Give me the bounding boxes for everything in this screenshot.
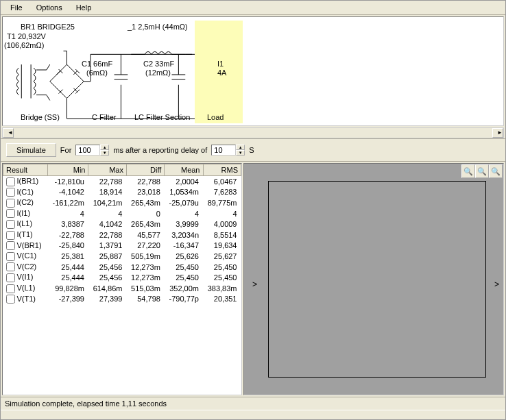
h-scrollbar[interactable]: ◄ ► [2,127,504,138]
zoom-in-icon[interactable]: 🔍 [461,164,475,178]
cell-mean: 25,626 [165,251,203,262]
result-name: I(C2) [17,198,34,206]
row-checkbox[interactable] [6,220,15,229]
table-row[interactable]: I(I1)44044 [3,208,241,219]
table-row[interactable]: I(L1)3,83874,1042265,43m3,99994,0009 [3,219,241,230]
cell-rms: 6,0467 [203,176,241,187]
cell-mean: 352,00m [165,283,203,294]
cell-diff: 265,43m [126,197,164,208]
cell-rms: 4 [203,208,241,219]
result-name: V(T1) [17,295,36,303]
plot-pane[interactable]: 🔍 🔍 🔍 > > [243,163,504,395]
cell-rms: 25,450 [203,262,241,273]
menu-bar: File Options Help [1,1,505,15]
zoom-reset-icon[interactable]: 🔍 [489,164,503,178]
cell-mean: 25,450 [165,262,203,273]
result-name: I(L1) [17,219,33,227]
row-checkbox[interactable] [6,209,15,218]
cell-max: 104,21m [88,197,126,208]
cell-diff: 23,018 [126,187,164,198]
table-row[interactable]: I(C1)-4,104218,91423,0181,0534m7,6283 [3,187,241,198]
row-checkbox[interactable] [6,177,15,186]
cell-diff: 12,273m [126,272,164,283]
row-checkbox[interactable] [6,295,15,304]
col-rms[interactable]: RMS [203,164,241,176]
delay-stepper[interactable]: ▲▼ [211,145,245,156]
cell-mean: 1,0534m [165,187,203,198]
cell-diff: 54,798 [126,294,164,305]
col-result[interactable]: Result [3,164,48,176]
col-min[interactable]: Min [48,164,88,176]
cell-rms: 20,351 [203,294,241,305]
table-row[interactable]: I(C2)-161,22m104,21m265,43m-25,079u89,77… [3,197,241,208]
label-c2: C2 33mF [143,60,174,68]
duration-input[interactable] [75,145,100,156]
result-name: I(I1) [17,209,31,217]
cell-diff: 515,03m [126,283,164,294]
row-checkbox[interactable] [6,188,15,197]
scroll-left-icon[interactable]: ◄ [3,128,14,138]
row-checkbox[interactable] [6,262,15,271]
table-row[interactable]: V(T1)-27,39927,39954,798-790,77p20,351 [3,294,241,305]
cell-max: 25,456 [88,262,126,273]
cell-mean: 4 [165,208,203,219]
row-checkbox[interactable] [6,241,15,250]
cell-diff: 265,43m [126,219,164,230]
cell-diff: 45,577 [126,230,164,240]
cell-diff: 12,273m [126,262,164,273]
menu-help[interactable]: Help [71,2,97,13]
col-diff[interactable]: Diff [126,164,164,176]
table-row[interactable]: V(BR1)-25,8401,379127,220-16,34719,634 [3,240,241,251]
zoom-out-icon[interactable]: 🔍 [475,164,489,178]
cell-min: 4 [48,208,88,219]
menu-file[interactable]: File [5,2,28,13]
table-row[interactable]: V(C1)25,38125,887505,19m25,62625,627 [3,251,241,262]
cell-min: 99,828m [48,283,88,294]
cell-max: 4 [88,208,126,219]
simulate-button[interactable]: Simulate [6,143,56,157]
cell-rms: 25,450 [203,272,241,283]
section-bridge: Bridge (SS) [21,113,60,121]
duration-down-icon[interactable]: ▼ [100,150,109,156]
row-checkbox[interactable] [6,252,15,261]
delay-up-icon[interactable]: ▲ [236,145,245,150]
duration-up-icon[interactable]: ▲ [100,145,109,150]
section-lc: LC Filter Section [134,113,190,121]
delay-down-icon[interactable]: ▼ [236,150,245,156]
ms-label: ms after a reporting delay of [113,146,207,154]
plot-frame [268,181,486,378]
results-table-pane[interactable]: ResultMinMaxDiffMeanRMS I(BR1)-12,810u22… [2,163,242,395]
cell-mean: -16,347 [165,240,203,251]
status-bar-2 [1,410,505,419]
table-row[interactable]: V(C2)25,44425,45612,273m25,45025,450 [3,262,241,273]
menu-options[interactable]: Options [31,2,68,13]
table-row[interactable]: I(BR1)-12,810u22,78822,7882,00046,0467 [3,176,241,187]
schematic-canvas[interactable]: BR1 BRIDGE25 T1 20,932V (106,62mΩ) _1 2,… [2,16,504,126]
zoom-toolbar: 🔍 🔍 🔍 [461,164,503,178]
cell-max: 27,399 [88,294,126,305]
label-t1: T1 20,932V [7,32,46,40]
section-cfilter: C Filter [92,113,116,121]
cell-rms: 7,6283 [203,187,241,198]
cell-rms: 383,83m [203,283,241,294]
cell-max: 25,887 [88,251,126,262]
duration-stepper[interactable]: ▲▼ [75,145,109,156]
table-row[interactable]: V(I1)25,44425,45612,273m25,45025,450 [3,272,241,283]
row-checkbox[interactable] [6,199,15,208]
cell-diff: 22,788 [126,176,164,187]
table-row[interactable]: V(L1)99,828m614,86m515,03m352,00m383,83m [3,283,241,294]
row-checkbox[interactable] [6,273,15,282]
cell-min: 25,381 [48,251,88,262]
result-name: V(C1) [17,251,37,260]
table-row[interactable]: I(T1)-22,78822,78845,5773,2034n8,5514 [3,230,241,240]
label-l1: _1 2,5mH (44mΩ) [128,23,188,31]
row-checkbox[interactable] [6,231,15,240]
col-mean[interactable]: Mean [165,164,203,176]
scroll-right-icon[interactable]: ► [492,128,503,138]
cell-min: 3,8387 [48,219,88,230]
label-i1-val: 4A [217,69,226,77]
row-checkbox[interactable] [6,284,15,293]
delay-input[interactable] [211,145,236,156]
col-max[interactable]: Max [88,164,126,176]
label-c1: C1 66mF [82,60,112,68]
